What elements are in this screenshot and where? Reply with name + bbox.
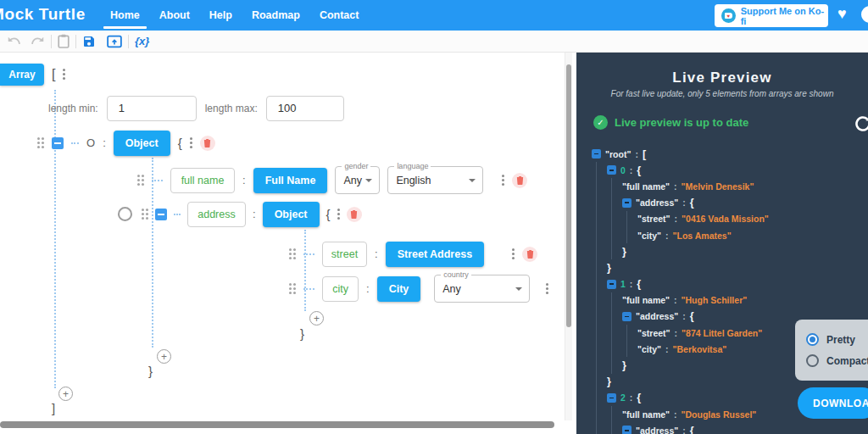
colon: : <box>103 136 106 149</box>
add-field-button[interactable]: + <box>309 311 324 326</box>
refresh-icon[interactable] <box>853 114 868 137</box>
brand-logo[interactable]: Mock Turtle <box>0 5 86 24</box>
drag-handle-icon[interactable] <box>37 137 40 140</box>
preview-subtitle: For fast live update, only 5 elements fr… <box>576 89 868 98</box>
address-close-brace: } <box>300 326 304 341</box>
field-delete-icon[interactable] <box>512 173 527 188</box>
field-delete-icon[interactable] <box>347 207 362 222</box>
toolbar-divider <box>51 35 52 48</box>
json-line: "city" : "Los Amates" <box>637 227 868 243</box>
nav-links: Home About Help Roadmap Contact <box>110 0 359 31</box>
connector-line <box>303 288 314 290</box>
field-name-input[interactable]: city <box>322 276 359 302</box>
country-select[interactable]: country Any <box>434 275 530 303</box>
horizontal-scrollbar-thumb[interactable] <box>0 421 554 428</box>
gender-select[interactable]: gender Any <box>335 166 380 194</box>
json-brace: { <box>690 425 694 434</box>
json-key: "street" <box>637 328 670 338</box>
format-option-compact[interactable]: Compact <box>806 350 868 371</box>
collapse-toggle-icon[interactable] <box>52 137 64 149</box>
chevron-down-icon <box>515 287 522 291</box>
nullable-toggle-icon[interactable] <box>118 207 132 221</box>
field-name-input[interactable]: address <box>187 202 246 227</box>
field-delete-icon[interactable] <box>522 247 537 262</box>
json-brace: { <box>690 197 694 209</box>
connector-line <box>174 214 181 215</box>
gender-select-label: gender <box>342 162 370 170</box>
full-name-row: full name : Full Name gender Any languag… <box>137 166 527 194</box>
colon: : <box>253 208 256 220</box>
drag-handle-icon[interactable] <box>289 248 292 251</box>
radio-unselected-icon[interactable] <box>806 354 819 367</box>
field-menu-kebab-icon[interactable] <box>337 209 340 211</box>
vertical-scrollbar-thumb[interactable] <box>566 64 571 327</box>
collapse-toggle-icon[interactable] <box>607 165 616 175</box>
collapse-toggle-icon[interactable] <box>622 198 632 208</box>
address-type-button[interactable]: Object <box>263 202 320 227</box>
json-value: "Douglas Russel" <box>682 409 757 420</box>
field-name-input[interactable]: street <box>322 242 367 267</box>
nav-roadmap[interactable]: Roadmap <box>252 0 300 31</box>
collapse-toggle-icon[interactable] <box>607 280 616 289</box>
city-type-button[interactable]: City <box>377 276 421 302</box>
format-chooser: Pretty Compact <box>795 320 868 381</box>
add-element-button[interactable]: + <box>58 387 73 401</box>
connector-line <box>152 180 163 181</box>
street-type-button[interactable]: Street Address <box>386 242 484 267</box>
field-menu-kebab-icon[interactable] <box>502 175 504 177</box>
field-menu-kebab-icon[interactable] <box>546 283 548 286</box>
paste-icon[interactable] <box>58 34 70 48</box>
nav-about[interactable]: About <box>159 0 190 31</box>
field-menu-kebab-icon[interactable] <box>512 248 515 251</box>
undo-icon[interactable] <box>7 35 21 47</box>
toolbar <box>0 31 868 53</box>
mock-turtle-app: Mock Turtle Home About Help Roadmap Cont… <box>0 0 868 434</box>
full-name-type-button[interactable]: Full Name <box>253 168 328 193</box>
format-option-pretty[interactable]: Pretty <box>806 329 868 350</box>
language-select-label: language <box>394 162 431 170</box>
chevron-down-icon <box>365 179 372 182</box>
street-row: street : Street Address <box>289 240 537 268</box>
add-field-button[interactable]: + <box>157 349 171 364</box>
json-colon: : <box>675 328 678 338</box>
collapse-toggle-icon[interactable] <box>607 393 616 403</box>
array-type-badge[interactable]: Array <box>0 64 44 86</box>
object-menu-kebab-icon[interactable] <box>190 137 192 140</box>
json-brace: { <box>690 310 694 322</box>
language-select[interactable]: language English <box>387 166 483 194</box>
colon: : <box>375 248 378 260</box>
check-icon: ✓ <box>593 115 608 130</box>
nav-home[interactable]: Home <box>110 0 140 31</box>
field-name-input[interactable]: full name <box>170 168 235 193</box>
download-button[interactable]: DOWNLOAD <box>798 387 868 419</box>
drag-handle-icon[interactable] <box>137 175 140 177</box>
kofi-support-button[interactable]: ♥ Support Me on Ko-fi <box>715 4 828 27</box>
json-line-root: "root" : [ <box>592 146 868 162</box>
object-type-button[interactable]: Object <box>114 131 170 156</box>
json-line: "address" : { <box>622 195 868 211</box>
json-value: "Berkovitsa" <box>673 344 727 354</box>
nav-help[interactable]: Help <box>209 0 232 31</box>
object-row: O : Object { <box>37 129 215 157</box>
nav-contact[interactable]: Contact <box>320 0 359 31</box>
drag-handle-icon[interactable] <box>289 283 292 286</box>
json-braces-icon[interactable] <box>135 35 149 47</box>
open-icon[interactable] <box>107 35 122 48</box>
json-brace: { <box>637 164 641 176</box>
json-line: 1 : { <box>607 276 868 292</box>
collapse-toggle-icon[interactable] <box>622 426 632 434</box>
heart-icon[interactable]: ♥ <box>837 5 847 23</box>
radio-selected-icon[interactable] <box>806 333 819 346</box>
redo-icon[interactable] <box>31 35 45 47</box>
length-max-input[interactable]: 100 <box>266 96 344 121</box>
save-icon[interactable] <box>82 35 96 48</box>
object-delete-icon[interactable] <box>200 136 215 151</box>
drag-handle-icon[interactable] <box>142 209 144 211</box>
length-min-input[interactable]: 1 <box>107 96 197 121</box>
github-icon[interactable] <box>861 6 868 23</box>
array-menu-kebab-icon[interactable] <box>63 69 65 71</box>
collapse-toggle-icon[interactable] <box>622 312 632 321</box>
format-compact-label: Compact <box>826 355 868 367</box>
collapse-toggle-icon[interactable] <box>155 209 167 220</box>
collapse-toggle-icon[interactable] <box>592 149 601 159</box>
